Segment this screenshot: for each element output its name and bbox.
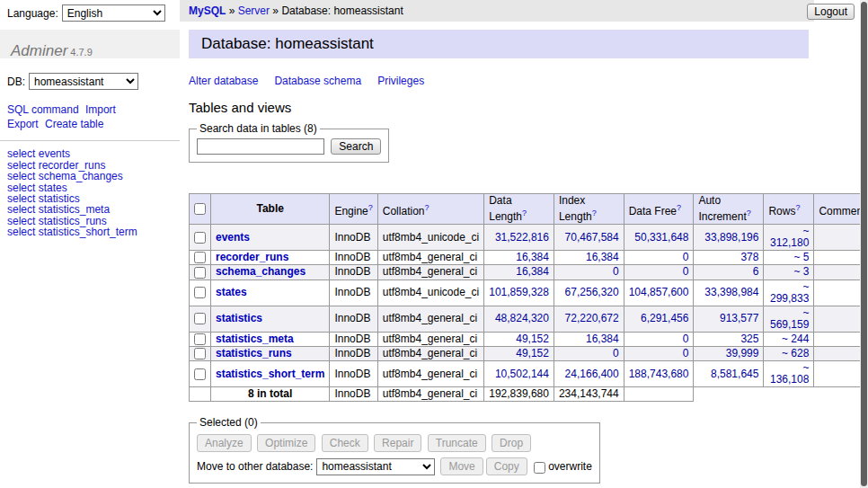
scrollbar[interactable] bbox=[860, 0, 868, 488]
row-checkbox-states[interactable] bbox=[194, 287, 206, 298]
link-alter-database[interactable]: Alter database bbox=[189, 75, 258, 87]
index-length-link[interactable]: 0 bbox=[613, 347, 619, 359]
data-length-link[interactable]: 49,152 bbox=[516, 347, 549, 359]
column-help-icon[interactable]: ? bbox=[424, 203, 429, 212]
rows-link[interactable]: ~ 136,108 bbox=[770, 361, 809, 386]
search-button[interactable]: Search bbox=[331, 138, 381, 155]
link-database-schema[interactable]: Database schema bbox=[274, 75, 361, 87]
search-legend: Search data in tables (8) bbox=[197, 122, 320, 135]
data-free-link[interactable]: 0 bbox=[683, 347, 689, 359]
sidebar-action-export[interactable]: Export bbox=[7, 118, 39, 130]
table-name-cell: statistics bbox=[211, 306, 330, 332]
scrollbar-thumb[interactable] bbox=[861, 2, 867, 486]
select-all-checkbox[interactable] bbox=[194, 203, 206, 215]
data-free-link[interactable]: 50,331,648 bbox=[634, 231, 688, 244]
check-button[interactable]: Check bbox=[322, 434, 368, 452]
row-checkbox-recorder-runs[interactable] bbox=[194, 252, 206, 263]
rows-link[interactable]: ~ 3 bbox=[793, 265, 809, 278]
data-length-link[interactable]: 16,384 bbox=[516, 251, 549, 263]
rows-link[interactable]: ~ 312,180 bbox=[770, 225, 809, 249]
sidebar-table-link-statistics-short-term[interactable]: statistics_short_term bbox=[39, 226, 137, 238]
sidebar-action-import[interactable]: Import bbox=[85, 103, 116, 116]
auto-increment-link[interactable]: 33,398,984 bbox=[704, 286, 758, 298]
selected-fieldset: Selected (0) Analyze Optimize Check Repa… bbox=[189, 416, 600, 484]
column-help-icon[interactable]: ? bbox=[795, 203, 800, 212]
auto-increment-link[interactable]: 6 bbox=[753, 265, 759, 278]
rows-link[interactable]: ~ 5 bbox=[793, 251, 809, 263]
link-privileges[interactable]: Privileges bbox=[377, 75, 424, 87]
breadcrumb-link-server[interactable]: Server bbox=[238, 4, 270, 17]
table-name-link-states[interactable]: states bbox=[216, 286, 247, 298]
data-length-link[interactable]: 49,152 bbox=[516, 333, 549, 345]
auto-increment-link[interactable]: 325 bbox=[740, 333, 758, 345]
db-select[interactable]: homeassistant bbox=[29, 73, 138, 90]
optimize-button[interactable]: Optimize bbox=[257, 434, 315, 452]
index-length-link[interactable]: 72,220,672 bbox=[565, 312, 619, 324]
table-name-link-statistics-runs[interactable]: statistics_runs bbox=[216, 347, 292, 359]
search-input[interactable] bbox=[197, 138, 324, 155]
data-length-link[interactable]: 10,502,144 bbox=[495, 368, 549, 380]
engine-cell: InnoDB bbox=[330, 265, 377, 279]
row-checkbox-statistics-runs[interactable] bbox=[194, 348, 206, 359]
data-free-link[interactable]: 6,291,456 bbox=[641, 312, 688, 324]
move-button[interactable]: Move bbox=[440, 457, 483, 475]
overwrite-checkbox[interactable] bbox=[534, 462, 545, 474]
table-name-link-statistics-meta[interactable]: statistics_meta bbox=[216, 333, 294, 345]
column-help-icon[interactable]: ? bbox=[368, 203, 373, 212]
row-checkbox-events[interactable] bbox=[194, 232, 206, 244]
data-length-link[interactable]: 101,859,328 bbox=[489, 286, 549, 298]
truncate-button[interactable]: Truncate bbox=[428, 434, 486, 452]
column-help-icon[interactable]: ? bbox=[747, 209, 751, 217]
app-name-link[interactable]: Adminer bbox=[11, 42, 67, 59]
language-select[interactable]: English bbox=[62, 4, 165, 22]
sidebar-action-create-table[interactable]: Create table bbox=[45, 118, 103, 130]
move-db-select[interactable]: homeassistant bbox=[316, 458, 435, 475]
index-length-link[interactable]: 16,384 bbox=[586, 251, 619, 263]
data-length-link[interactable]: 31,522,816 bbox=[495, 231, 549, 244]
row-checkbox-statistics-short-term[interactable] bbox=[194, 368, 206, 380]
repair-button[interactable]: Repair bbox=[374, 434, 421, 452]
auto-increment-link[interactable]: 8,581,645 bbox=[711, 368, 758, 380]
engine-cell: InnoDB bbox=[330, 361, 377, 387]
data-free-link[interactable]: 0 bbox=[683, 251, 689, 263]
drop-button[interactable]: Drop bbox=[492, 434, 531, 452]
analyze-button[interactable]: Analyze bbox=[197, 434, 252, 452]
auto-increment-link[interactable]: 39,999 bbox=[726, 347, 759, 359]
table-name-link-recorder-runs[interactable]: recorder_runs bbox=[216, 251, 288, 263]
rows-link[interactable]: ~ 244 bbox=[782, 333, 809, 345]
index-length-link[interactable]: 70,467,584 bbox=[565, 231, 619, 244]
table-name-link-schema-changes[interactable]: schema_changes bbox=[216, 265, 306, 278]
data-free-link[interactable]: 0 bbox=[683, 333, 689, 345]
rows-link[interactable]: ~ 628 bbox=[782, 347, 809, 359]
data-free-link[interactable]: 188,743,680 bbox=[629, 368, 689, 380]
row-checkbox-statistics[interactable] bbox=[194, 313, 206, 324]
breadcrumb: MySQL » Server » Database: homeassistant bbox=[180, 0, 814, 22]
row-checkbox-schema-changes[interactable] bbox=[194, 267, 206, 279]
data-length-link[interactable]: 48,824,320 bbox=[495, 312, 549, 324]
data-length-link[interactable]: 16,384 bbox=[516, 265, 549, 278]
index-length-link[interactable]: 0 bbox=[613, 265, 619, 278]
index-length-link[interactable]: 24,166,400 bbox=[565, 368, 619, 380]
sidebar-select-link-statistics-short-term[interactable]: select bbox=[7, 226, 35, 238]
table-name-link-statistics-short-term[interactable]: statistics_short_term bbox=[216, 368, 324, 380]
rows-link[interactable]: ~ 299,833 bbox=[770, 280, 809, 305]
table-name-link-statistics[interactable]: statistics bbox=[216, 312, 262, 324]
auto-increment-link[interactable]: 913,577 bbox=[720, 312, 758, 324]
column-help-icon[interactable]: ? bbox=[677, 203, 681, 212]
table-name-link-events[interactable]: events bbox=[216, 231, 250, 244]
row-checkbox-statistics-meta[interactable] bbox=[194, 333, 206, 345]
data-free-link[interactable]: 104,857,600 bbox=[629, 286, 689, 298]
breadcrumb-link-mysql[interactable]: MySQL bbox=[189, 4, 226, 17]
column-help-icon[interactable]: ? bbox=[522, 209, 527, 217]
data-free-link[interactable]: 0 bbox=[683, 265, 689, 278]
index-length-cell: 0 bbox=[554, 346, 624, 360]
rows-link[interactable]: ~ 569,159 bbox=[770, 306, 809, 331]
index-length-link[interactable]: 16,384 bbox=[586, 333, 619, 345]
logout-button[interactable]: Logout bbox=[807, 4, 855, 20]
auto-increment-link[interactable]: 33,898,196 bbox=[704, 231, 758, 244]
sidebar-action-sql-command[interactable]: SQL command bbox=[7, 103, 79, 116]
column-help-icon[interactable]: ? bbox=[592, 209, 597, 217]
copy-button[interactable]: Copy bbox=[486, 457, 527, 475]
auto-increment-link[interactable]: 378 bbox=[740, 251, 758, 263]
index-length-link[interactable]: 67,256,320 bbox=[565, 286, 619, 298]
